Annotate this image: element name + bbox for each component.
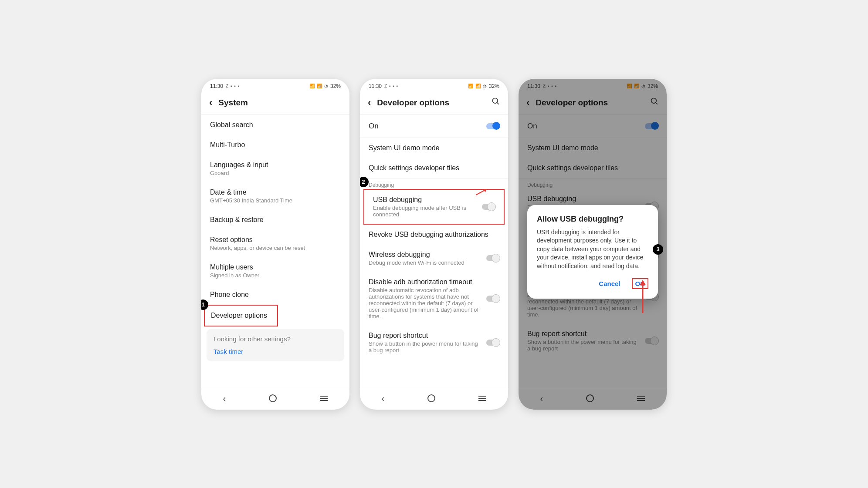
item-global-search[interactable]: Global search (201, 115, 349, 135)
step-badge-2: 2 (360, 177, 369, 187)
phone-screen-3: 11:30 Z ▪ ▪ ▪ 📶 📶 ◔ 32% ‹ Developer opti… (519, 79, 667, 410)
status-right-icons: 📶 📶 ◔ (627, 84, 646, 88)
svg-point-4 (651, 98, 657, 104)
toggle-disable-adb[interactable] (486, 296, 499, 302)
developer-options-master-toggle[interactable]: On (360, 115, 508, 138)
nav-home-icon[interactable] (586, 394, 594, 402)
header: ‹ Developer options (519, 91, 667, 115)
nav-home-icon[interactable] (427, 394, 435, 402)
search-help-text: Looking for other settings? (214, 335, 337, 343)
status-bar: 11:30 Z ▪ ▪ ▪ 📶 📶 ◔ 32% (360, 79, 508, 91)
item-date-time[interactable]: Date & time GMT+05:30 India Standard Tim… (201, 182, 349, 210)
arrow-red-icon (475, 188, 488, 197)
developer-options-master-toggle[interactable]: On (519, 115, 667, 138)
item-wireless-debugging[interactable]: Wireless debugging Debug mode when Wi-Fi… (360, 245, 508, 272)
section-debugging: Debugging (519, 178, 667, 189)
item-bug-report-shortcut[interactable]: Bug report shortcut Show a button in the… (360, 326, 508, 360)
back-icon[interactable]: ‹ (526, 97, 529, 108)
nav-recent-icon[interactable] (478, 396, 486, 401)
status-time: 11:30 (369, 83, 382, 89)
toggle-wireless-debugging[interactable] (486, 255, 499, 261)
toggle-bug-report[interactable] (645, 338, 658, 344)
settings-list: Global search Multi-Turbo Languages & in… (201, 115, 349, 389)
phone-screen-2: 11:30 Z ▪ ▪ ▪ 📶 📶 ◔ 32% ‹ Developer opti… (360, 79, 508, 410)
nav-back-icon[interactable]: ‹ (223, 394, 226, 404)
svg-point-0 (493, 98, 498, 104)
nav-recent-icon[interactable] (637, 396, 645, 401)
item-backup-restore[interactable]: Backup & restore (201, 210, 349, 230)
highlight-usb-debugging: USB debugging Enable debugging mode afte… (363, 189, 505, 225)
nav-home-icon[interactable] (269, 394, 277, 402)
status-bar: 11:30 Z ▪ ▪ ▪ 📶 📶 ◔ 32% (201, 79, 349, 91)
item-quick-settings-tiles[interactable]: Quick settings developer tiles (519, 158, 667, 178)
svg-line-5 (656, 103, 658, 104)
svg-marker-3 (483, 189, 486, 192)
status-left-icons: Z ▪ ▪ ▪ (543, 84, 557, 88)
dialog-body: USB debugging is intended for developmen… (537, 228, 648, 271)
ok-button[interactable]: OK (632, 278, 649, 289)
search-help-box: Looking for other settings? Task timer (207, 329, 344, 361)
item-developer-options[interactable]: Developer options (205, 306, 277, 326)
item-phone-clone[interactable]: Phone clone (201, 285, 349, 305)
nav-back-icon[interactable]: ‹ (382, 394, 385, 404)
toggle-on-icon[interactable] (486, 123, 499, 129)
page-title: Developer options (536, 98, 644, 108)
status-right-icons: 📶 📶 ◔ (309, 84, 329, 88)
usb-debugging-dialog: Allow USB debugging? USB debugging is in… (527, 205, 658, 299)
page-title: Developer options (377, 98, 485, 108)
back-icon[interactable]: ‹ (368, 97, 371, 108)
search-icon[interactable] (650, 97, 659, 108)
svg-line-1 (497, 103, 499, 104)
item-revoke-auth[interactable]: Revoke USB debugging authorizations (360, 225, 508, 245)
step-badge-3: 3 (653, 244, 663, 255)
item-system-ui-demo[interactable]: System UI demo mode (519, 138, 667, 158)
svg-line-2 (476, 190, 485, 195)
item-multiple-users[interactable]: Multiple users Signed in as Owner (201, 257, 349, 285)
item-quick-settings-tiles[interactable]: Quick settings developer tiles (360, 158, 508, 178)
nav-bar: ‹ (519, 389, 667, 410)
page-title: System (218, 98, 342, 108)
nav-back-icon[interactable]: ‹ (540, 394, 543, 404)
toggle-on-icon[interactable] (645, 123, 658, 129)
nav-bar: ‹ (201, 389, 349, 410)
status-battery: 32% (489, 83, 499, 89)
status-battery: 32% (330, 83, 341, 89)
item-bug-report-shortcut[interactable]: Bug report shortcut Show a button in the… (519, 324, 667, 358)
status-bar: 11:30 Z ▪ ▪ ▪ 📶 📶 ◔ 32% (519, 79, 667, 91)
item-reset-options[interactable]: Reset options Network, apps, or device c… (201, 230, 349, 257)
header: ‹ System (201, 91, 349, 115)
search-icon[interactable] (492, 97, 500, 108)
dialog-title: Allow USB debugging? (537, 215, 648, 224)
highlight-developer-options: Developer options (204, 305, 278, 326)
dev-options-list: System UI demo mode Quick settings devel… (360, 138, 508, 389)
status-right-icons: 📶 📶 ◔ (468, 84, 487, 88)
nav-recent-icon[interactable] (320, 396, 328, 401)
item-languages-input[interactable]: Languages & input Gboard (201, 155, 349, 182)
back-icon[interactable]: ‹ (209, 97, 212, 108)
status-battery: 32% (648, 83, 658, 89)
status-time: 11:30 (210, 83, 223, 89)
status-left-icons: Z ▪ ▪ ▪ (384, 84, 398, 88)
nav-bar: ‹ (360, 389, 508, 410)
item-usb-debugging[interactable]: USB debugging Enable debugging mode afte… (364, 190, 504, 224)
item-disable-adb-timeout[interactable]: Disable adb authorization timeout Disabl… (360, 272, 508, 326)
search-link-task-timer[interactable]: Task timer (214, 348, 337, 355)
status-time: 11:30 (527, 83, 540, 89)
toggle-usb-debugging[interactable] (482, 204, 495, 210)
status-left-icons: Z ▪ ▪ ▪ (226, 84, 240, 88)
cancel-button[interactable]: Cancel (596, 278, 623, 289)
section-debugging: Debugging (360, 178, 508, 189)
item-multi-turbo[interactable]: Multi-Turbo (201, 135, 349, 155)
header: ‹ Developer options (360, 91, 508, 115)
item-system-ui-demo[interactable]: System UI demo mode (360, 138, 508, 158)
toggle-bug-report[interactable] (486, 340, 499, 346)
phone-screen-1: 11:30 Z ▪ ▪ ▪ 📶 📶 ◔ 32% ‹ System Global … (201, 79, 349, 410)
